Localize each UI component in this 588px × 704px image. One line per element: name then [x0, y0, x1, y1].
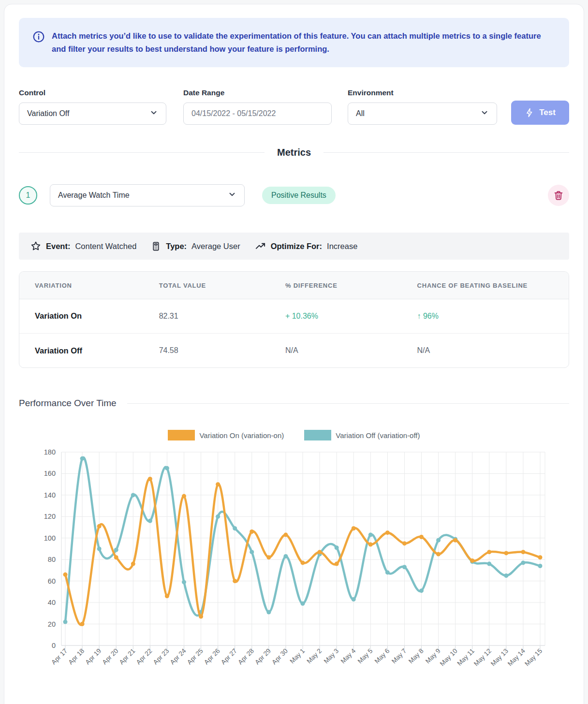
- svg-text:Apr 26: Apr 26: [203, 647, 221, 666]
- svg-text:Apr 28: Apr 28: [236, 647, 255, 666]
- table-row-variation-on: Variation On 82.31 + 10.36% ↑ 96%: [19, 299, 569, 333]
- svg-text:May 12: May 12: [472, 647, 493, 668]
- svg-text:180: 180: [44, 448, 56, 456]
- total-value: 82.31: [151, 299, 278, 333]
- legend-item-variation-on[interactable]: Variation On (variation-on): [168, 430, 284, 440]
- svg-text:Apr 17: Apr 17: [50, 647, 69, 666]
- date-range-field-group: Date Range 04/15/2022 - 05/15/2022: [183, 88, 348, 125]
- info-icon: [32, 30, 45, 45]
- svg-text:Apr 30: Apr 30: [270, 647, 289, 666]
- star-icon: [30, 241, 41, 251]
- date-range-value: 04/15/2022 - 05/15/2022: [191, 109, 276, 118]
- svg-text:May 2: May 2: [306, 647, 323, 665]
- svg-text:Apr 18: Apr 18: [67, 647, 86, 666]
- test-button[interactable]: Test: [511, 101, 569, 125]
- svg-text:Apr 20: Apr 20: [101, 647, 120, 666]
- svg-text:May 3: May 3: [323, 647, 340, 665]
- chance-value: ↑ 96%: [410, 299, 569, 333]
- divider-line: [127, 403, 569, 404]
- metric-summary-bar: Event: Content Watched Type: Average Use…: [19, 233, 569, 260]
- legend-swatch-variation-off: [304, 430, 331, 440]
- environment-selected-value: All: [356, 109, 365, 118]
- metric-selected-value: Average Watch Time: [58, 191, 130, 200]
- header-difference: % DIFFERENCE: [278, 272, 410, 299]
- svg-text:May 14: May 14: [506, 647, 527, 668]
- variation-name: Variation Off: [19, 333, 151, 367]
- svg-text:May 4: May 4: [339, 647, 357, 665]
- svg-text:Apr 21: Apr 21: [118, 647, 137, 666]
- date-range-input[interactable]: 04/15/2022 - 05/15/2022: [183, 103, 332, 125]
- svg-text:May 11: May 11: [456, 647, 476, 667]
- event-label: Event:: [46, 242, 70, 251]
- legend-swatch-variation-on: [168, 430, 195, 440]
- type-summary: Type: Average User: [151, 241, 240, 251]
- test-button-label: Test: [539, 108, 556, 117]
- performance-line-chart[interactable]: 020406080100120140160180Apr 17Apr 18Apr …: [19, 445, 568, 690]
- divider-line: [323, 152, 569, 153]
- svg-text:May 13: May 13: [489, 647, 510, 668]
- svg-text:20: 20: [48, 620, 56, 628]
- performance-section-header: Performance Over Time: [19, 398, 569, 409]
- event-value: Content Watched: [75, 242, 136, 251]
- event-summary: Event: Content Watched: [30, 241, 136, 251]
- metric-select[interactable]: Average Watch Time: [50, 184, 245, 206]
- legend-item-variation-off[interactable]: Variation Off (variation-off): [304, 430, 420, 440]
- svg-text:60: 60: [48, 577, 56, 585]
- header-chance: CHANCE OF BEATING BASELINE: [410, 272, 569, 299]
- chart-legend: Variation On (variation-on) Variation Of…: [19, 430, 569, 440]
- svg-text:Apr 19: Apr 19: [84, 647, 103, 666]
- svg-text:May 10: May 10: [439, 647, 459, 668]
- performance-title: Performance Over Time: [19, 398, 117, 409]
- table-header-row: VARIATION TOTAL VALUE % DIFFERENCE CHANC…: [19, 272, 569, 299]
- svg-text:May 8: May 8: [407, 647, 425, 665]
- table-row-variation-off: Variation Off 74.58 N/A N/A: [19, 333, 569, 367]
- header-variation: VARIATION: [19, 272, 151, 299]
- trending-up-icon: [255, 241, 266, 252]
- metric-row: 1 Average Watch Time Positive Results: [19, 184, 569, 206]
- filters-row: Control Variation Off Date Range 04/15/2…: [19, 88, 569, 125]
- svg-text:Apr 25: Apr 25: [186, 647, 205, 666]
- metrics-divider: Metrics: [19, 147, 569, 158]
- svg-text:Apr 23: Apr 23: [152, 647, 171, 666]
- svg-text:May 6: May 6: [373, 647, 391, 665]
- svg-text:Apr 24: Apr 24: [169, 647, 188, 666]
- metrics-section-title: Metrics: [277, 147, 311, 158]
- environment-select[interactable]: All: [348, 103, 497, 125]
- svg-text:100: 100: [44, 534, 56, 542]
- total-value: 74.58: [151, 333, 278, 367]
- experiment-results-panel: Attach metrics you’d like to use to vali…: [4, 4, 584, 704]
- optimize-label: Optimize For:: [271, 242, 322, 251]
- svg-text:May 7: May 7: [390, 647, 408, 665]
- metric-index-badge: 1: [19, 186, 37, 205]
- trash-icon: [553, 190, 564, 201]
- delete-metric-button[interactable]: [548, 185, 569, 206]
- control-select[interactable]: Variation Off: [19, 103, 166, 125]
- chevron-down-icon: [228, 190, 236, 201]
- chance-value: N/A: [410, 333, 569, 367]
- svg-text:Apr 22: Apr 22: [135, 647, 154, 666]
- environment-field-group: Environment All: [348, 88, 497, 125]
- svg-text:Apr 29: Apr 29: [253, 647, 272, 666]
- date-range-label: Date Range: [183, 88, 348, 97]
- svg-text:160: 160: [44, 470, 56, 478]
- type-value: Average User: [191, 242, 240, 251]
- status-badge: Positive Results: [262, 187, 336, 204]
- svg-text:May 1: May 1: [289, 647, 307, 665]
- banner-text: Attach metrics you’d like to use to vali…: [52, 29, 556, 56]
- lightning-icon: [525, 108, 534, 117]
- performance-chart: 020406080100120140160180Apr 17Apr 18Apr …: [19, 445, 568, 692]
- header-total-value: TOTAL VALUE: [151, 272, 278, 299]
- calculator-icon: [151, 241, 161, 251]
- type-label: Type:: [166, 242, 187, 251]
- info-banner: Attach metrics you’d like to use to vali…: [19, 18, 569, 67]
- divider-line: [19, 152, 265, 153]
- chevron-down-icon: [480, 108, 489, 119]
- svg-text:40: 40: [48, 599, 56, 607]
- svg-text:80: 80: [48, 556, 56, 564]
- environment-label: Environment: [348, 88, 497, 97]
- results-table-card: VARIATION TOTAL VALUE % DIFFERENCE CHANC…: [19, 271, 569, 368]
- legend-label: Variation On (variation-on): [199, 431, 284, 440]
- difference-value: + 10.36%: [278, 299, 410, 333]
- control-label: Control: [19, 88, 183, 97]
- svg-text:May 5: May 5: [356, 647, 374, 665]
